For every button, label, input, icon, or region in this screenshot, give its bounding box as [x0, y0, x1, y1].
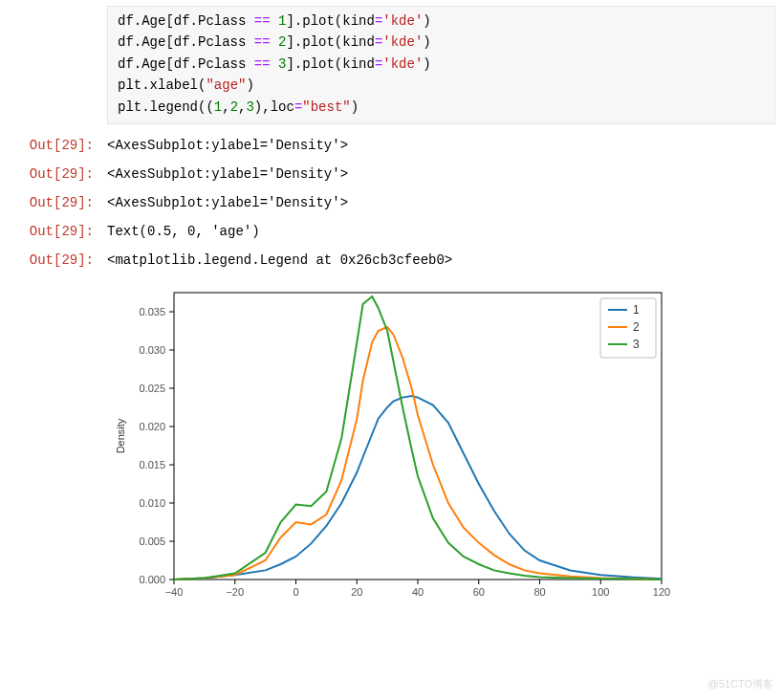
output-label: Out[29]:	[8, 138, 107, 153]
y-tick-label: 0.025	[139, 383, 165, 394]
code-line-4: plt.xlabel("age")	[118, 75, 765, 96]
y-tick-label: 0.000	[139, 574, 165, 585]
x-tick-label: 20	[351, 586, 362, 598]
x-tick-label: 40	[412, 586, 424, 598]
output-row: Out[29]: <matplotlib.legend.Legend at 0x…	[8, 252, 775, 268]
output-row: Out[29]: <AxesSubplot:ylabel='Density'>	[8, 138, 775, 153]
code-cell: df.Age[df.Pclass == 1].plot(kind='kde') …	[107, 6, 775, 124]
output-text: <AxesSubplot:ylabel='Density'>	[107, 195, 348, 210]
legend-label: 3	[633, 338, 640, 351]
code-line-3: df.Age[df.Pclass == 3].plot(kind='kde')	[118, 54, 765, 75]
y-tick-label: 0.005	[139, 536, 165, 547]
y-tick-label: 0.030	[139, 344, 165, 356]
y-tick-label: 0.035	[139, 306, 165, 317]
svg-rect-0	[174, 293, 662, 580]
chart-svg: −40−200204060801001200.0000.0050.0100.01…	[107, 281, 681, 606]
output-row: Out[29]: Text(0.5, 0, 'age')	[8, 224, 775, 239]
output-row: Out[29]: <AxesSubplot:ylabel='Density'>	[8, 195, 775, 210]
code-line-1: df.Age[df.Pclass == 1].plot(kind='kde')	[118, 11, 765, 32]
legend-label: 1	[633, 303, 640, 317]
output-text: <AxesSubplot:ylabel='Density'>	[107, 166, 348, 182]
series-1	[174, 396, 662, 580]
legend-label: 2	[633, 320, 640, 334]
output-label: Out[29]:	[8, 166, 107, 182]
chart-kde: −40−200204060801001200.0000.0050.0100.01…	[107, 281, 775, 606]
x-tick-label: 80	[533, 586, 545, 598]
y-tick-label: 0.020	[139, 421, 165, 432]
x-tick-label: −40	[165, 586, 184, 598]
output-text: <matplotlib.legend.Legend at 0x26cb3cfee…	[107, 252, 452, 268]
code-line-2: df.Age[df.Pclass == 2].plot(kind='kde')	[118, 32, 765, 53]
code-line-5: plt.legend((1,2,3),loc="best")	[118, 97, 765, 118]
x-tick-label: 0	[293, 586, 298, 598]
series-2	[174, 327, 662, 580]
output-label: Out[29]:	[8, 195, 107, 210]
series-3	[174, 296, 662, 580]
y-tick-label: 0.010	[139, 497, 165, 509]
y-tick-label: 0.015	[139, 459, 165, 470]
output-label: Out[29]:	[8, 224, 107, 239]
x-tick-label: 120	[653, 586, 670, 598]
output-row: Out[29]: <AxesSubplot:ylabel='Density'>	[8, 166, 775, 182]
y-axis-title: Density	[115, 418, 126, 453]
output-text: <AxesSubplot:ylabel='Density'>	[107, 138, 348, 153]
x-tick-label: 100	[592, 586, 609, 598]
x-tick-label: 60	[473, 586, 485, 598]
x-tick-label: −20	[226, 586, 244, 598]
output-text: Text(0.5, 0, 'age')	[107, 224, 260, 239]
output-label: Out[29]:	[8, 252, 107, 268]
